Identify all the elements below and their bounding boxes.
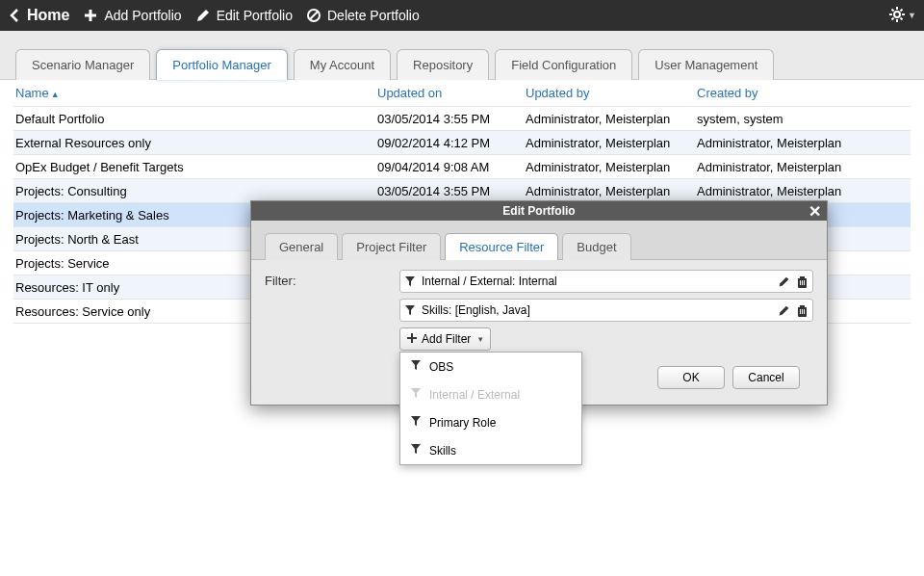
tab-user-management[interactable]: User Management [638,49,774,80]
cell-updated-by: Administrator, Meisterplan [526,184,697,198]
funnel-icon [410,359,422,374]
cell-updated-on: 03/05/2014 3:55 PM [377,112,526,126]
filter-label: Filter: [265,270,399,288]
edit-portfolio-button[interactable]: Edit Portfolio [195,8,293,23]
svg-line-8 [901,17,903,19]
cell-name: External Resources only [13,136,377,150]
edit-filter-icon[interactable] [778,304,790,317]
funnel-icon [404,275,416,287]
tab-portfolio-manager[interactable]: Portfolio Manager [156,49,288,80]
add-portfolio-button[interactable]: Add Portfolio [83,8,181,23]
cell-created-by: system, system [697,112,911,126]
svg-line-10 [901,9,903,11]
cell-name: OpEx Budget / Benefit Targets [13,160,377,174]
gear-icon [888,6,906,26]
tab-project-filter[interactable]: Project Filter [342,233,441,260]
funnel-icon [410,387,422,402]
add-filter-dropdown: OBS Internal / External Primary Role [399,352,582,465]
cell-created-by: Administrator, Meisterplan [697,136,911,150]
ok-button[interactable]: OK [657,366,725,389]
prohibit-icon [306,8,321,23]
chevron-left-icon [8,8,21,23]
funnel-icon [410,443,422,458]
table-row[interactable]: OpEx Budget / Benefit Targets09/04/2014 … [13,155,911,179]
cell-updated-on: 09/02/2014 4:12 PM [377,136,526,150]
cell-created-by: Administrator, Meisterplan [697,160,911,174]
delete-filter-icon[interactable] [796,275,808,288]
col-updated-by[interactable]: Updated by [526,86,697,100]
dropdown-item-skills[interactable]: Skills [400,436,581,464]
dialog-tabs: General Project Filter Resource Filter B… [251,221,827,260]
add-filter-label: Add Filter [422,332,471,346]
cell-updated-by: Administrator, Meisterplan [526,112,697,126]
tab-field-configuration[interactable]: Field Configuration [495,49,632,80]
filter-item: Skills: [English, Java] [399,299,813,322]
cancel-button[interactable]: Cancel [732,366,800,389]
table-row[interactable]: Default Portfolio03/05/2014 3:55 PMAdmin… [13,107,911,131]
dialog-title: Edit Portfolio [502,204,575,218]
plus-icon [406,332,418,347]
svg-line-1 [310,12,318,19]
edit-portfolio-dialog: Edit Portfolio ✕ General Project Filter … [250,200,828,406]
tab-scenario-manager[interactable]: Scenario Manager [15,49,150,80]
cell-updated-on: 09/04/2014 9:08 AM [377,160,526,174]
delete-filter-icon[interactable] [796,304,808,317]
top-toolbar: Home Add Portfolio Edit Portfolio Delete… [0,0,924,31]
chevron-down-icon: ▼ [476,335,484,344]
pencil-icon [195,8,211,23]
tab-my-account[interactable]: My Account [294,49,391,80]
delete-portfolio-button[interactable]: Delete Portfolio [306,8,420,23]
add-filter-button[interactable]: Add Filter ▼ [399,327,491,351]
table-row[interactable]: External Resources only09/02/2014 4:12 P… [13,131,911,155]
cell-name: Projects: Consulting [13,184,377,198]
cell-updated-on: 03/05/2014 3:55 PM [377,184,526,198]
col-updated-on[interactable]: Updated on [377,86,526,100]
funnel-icon [404,304,416,316]
home-label: Home [27,7,69,24]
tab-repository[interactable]: Repository [397,49,489,80]
svg-line-7 [892,9,894,11]
cell-updated-by: Administrator, Meisterplan [526,160,697,174]
filter-item: Internal / External: Internal [399,270,813,293]
dialog-body: Filter: Internal / External: Internal Sk… [251,260,827,405]
cell-updated-by: Administrator, Meisterplan [526,136,697,150]
tab-budget[interactable]: Budget [562,233,630,260]
tab-resource-filter[interactable]: Resource Filter [445,233,558,260]
col-name[interactable]: Name▲ [13,86,377,100]
cell-name: Default Portfolio [13,112,377,126]
cell-created-by: Administrator, Meisterplan [697,184,911,198]
delete-portfolio-label: Delete Portfolio [327,8,420,23]
main-tabs: Scenario Manager Portfolio Manager My Ac… [0,31,924,80]
settings-gear[interactable]: ▼ [888,6,916,26]
edit-filter-icon[interactable] [778,275,790,288]
plus-icon [83,8,98,23]
funnel-icon [410,415,422,430]
svg-line-9 [892,17,894,19]
sort-asc-icon: ▲ [51,90,60,99]
dropdown-item-primary-role[interactable]: Primary Role [400,408,581,436]
close-icon[interactable]: ✕ [808,202,821,221]
chevron-down-icon: ▼ [908,11,916,20]
dropdown-item-internal-external: Internal / External [400,380,581,408]
dialog-title-bar: Edit Portfolio ✕ [251,201,827,221]
dropdown-item-obs[interactable]: OBS [400,353,581,380]
col-created-by[interactable]: Created by [697,86,911,100]
add-portfolio-label: Add Portfolio [104,8,181,23]
svg-point-2 [894,12,900,17]
home-button[interactable]: Home [8,7,69,24]
filter-text: Internal / External: Internal [422,275,772,288]
tab-general[interactable]: General [265,233,338,260]
grid-header: Name▲ Updated on Updated by Created by [13,80,911,107]
filter-text: Skills: [English, Java] [422,303,772,317]
edit-portfolio-label: Edit Portfolio [217,8,293,23]
